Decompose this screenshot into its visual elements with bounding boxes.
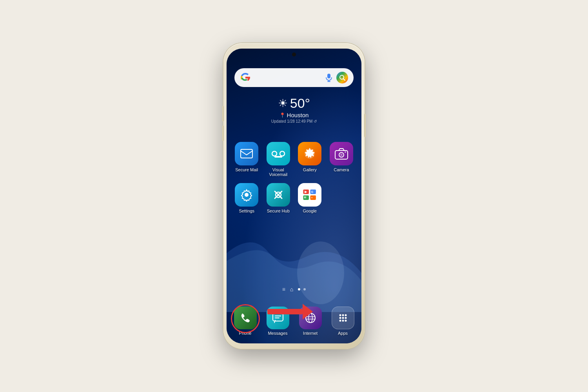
svg-point-0 xyxy=(297,241,344,304)
gallery-icon xyxy=(298,142,321,165)
home-indicator: ⌂ xyxy=(290,286,293,292)
app-settings[interactable]: Settings xyxy=(233,183,261,214)
camera-dot xyxy=(292,53,296,56)
secure-mail-label: Secure Mail xyxy=(235,167,258,172)
dock-item-phone[interactable]: Phone xyxy=(230,307,260,336)
svg-text:M: M xyxy=(304,196,307,199)
dock-item-apps[interactable]: Apps xyxy=(328,307,358,336)
svg-point-33 xyxy=(339,314,341,316)
google-label: Google xyxy=(303,209,317,214)
status-bar xyxy=(227,49,361,63)
settings-label: Settings xyxy=(239,209,254,214)
svg-point-37 xyxy=(342,317,344,319)
phone-screen: ☀ 50° 📍 Houston Updated 1/28 12:49 PM ↺ xyxy=(227,49,361,343)
internet-label: Internet xyxy=(303,331,318,336)
app-grid-row-1: Secure Mail VisualVoicemail xyxy=(233,142,355,177)
secure-mail-icon xyxy=(235,142,258,165)
visual-voicemail-label: VisualVoicemail xyxy=(269,167,287,177)
svg-point-7 xyxy=(272,151,277,156)
weather-temperature: ☀ 50° xyxy=(278,96,310,111)
svg-rect-9 xyxy=(274,156,282,158)
app-visual-voicemail[interactable]: VisualVoicemail xyxy=(265,142,292,177)
google-lens-icon[interactable] xyxy=(336,72,348,83)
arrow-shaft xyxy=(267,309,303,314)
messages-label: Messages xyxy=(268,331,287,336)
camera-label: Camera xyxy=(334,167,349,172)
app-grid-row-2: Settings Secure Hub xyxy=(233,183,355,214)
apps-label: Apps xyxy=(338,331,348,336)
gallery-label: Gallery xyxy=(303,167,317,172)
camera-icon xyxy=(330,142,353,165)
svg-point-40 xyxy=(342,320,344,322)
svg-point-38 xyxy=(345,317,347,319)
power-button[interactable] xyxy=(364,114,366,137)
arrow-head xyxy=(303,304,313,319)
settings-icon xyxy=(235,183,258,207)
svg-point-34 xyxy=(342,314,344,316)
volume-down-button[interactable] xyxy=(222,125,224,141)
svg-point-36 xyxy=(339,317,341,319)
google-icon: ▶ G M ● xyxy=(298,183,321,207)
svg-point-35 xyxy=(345,314,347,316)
phone-icon xyxy=(234,307,257,329)
svg-text:●: ● xyxy=(311,196,312,199)
annotation-arrow xyxy=(267,304,313,319)
volume-up-button[interactable] xyxy=(222,106,224,122)
svg-rect-6 xyxy=(241,149,252,158)
apps-icon xyxy=(332,307,354,329)
page-indicators: ≡ ⌂ xyxy=(227,286,361,292)
menu-indicator: ≡ xyxy=(282,286,285,292)
secure-hub-label: Secure Hub xyxy=(267,209,290,214)
svg-point-41 xyxy=(345,320,347,322)
app-camera[interactable]: Camera xyxy=(328,142,356,177)
svg-point-13 xyxy=(345,151,346,153)
google-logo xyxy=(240,72,251,83)
google-search-bar[interactable] xyxy=(234,68,354,87)
visual-voicemail-icon xyxy=(267,142,290,165)
svg-text:G: G xyxy=(311,190,314,194)
weather-widget: ☀ 50° 📍 Houston Updated 1/28 12:49 PM ↺ xyxy=(227,96,361,123)
secure-hub-icon xyxy=(267,183,290,207)
phone-label: Phone xyxy=(239,331,252,336)
mic-icon[interactable] xyxy=(325,73,333,82)
page-dot-1 xyxy=(298,288,300,290)
svg-point-39 xyxy=(339,320,341,322)
svg-point-8 xyxy=(280,151,285,156)
app-secure-hub[interactable]: Secure Hub xyxy=(265,183,292,214)
app-secure-mail[interactable]: Secure Mail xyxy=(233,142,261,177)
svg-line-5 xyxy=(343,79,345,80)
page-dot-2 xyxy=(303,288,306,290)
weather-location: 📍 Houston xyxy=(279,112,309,118)
app-google[interactable]: ▶ G M ● Google xyxy=(296,183,324,214)
weather-sun-icon: ☀ xyxy=(278,97,288,110)
svg-point-12 xyxy=(340,154,343,156)
phone-device: ☀ 50° 📍 Houston Updated 1/28 12:49 PM ↺ xyxy=(223,43,365,349)
svg-rect-1 xyxy=(327,74,330,78)
app-grid: Secure Mail VisualVoicemail xyxy=(233,142,355,214)
weather-updated: Updated 1/28 12:49 PM ↺ xyxy=(271,119,317,123)
app-gallery[interactable]: Gallery xyxy=(296,142,324,177)
page-wrapper: ☀ 50° 📍 Houston Updated 1/28 12:49 PM ↺ xyxy=(0,0,588,392)
svg-point-14 xyxy=(245,193,249,197)
svg-text:▶: ▶ xyxy=(305,190,308,194)
